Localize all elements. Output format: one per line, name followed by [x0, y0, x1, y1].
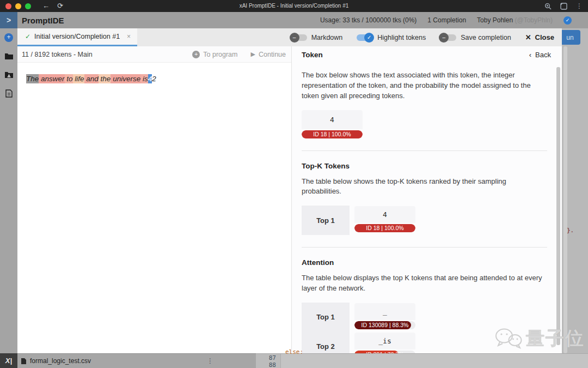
wechat-icon — [494, 327, 523, 350]
completion-modal: ✓ Initial version/Completion #1 × – Mark… — [17, 28, 562, 353]
topk-table: Top 1 4 ID 18 | 100.0% — [302, 206, 547, 235]
watermark-text: 量子位 — [526, 326, 585, 351]
token-chip[interactable]: 2 — [152, 74, 156, 83]
rank-label: Top 2 — [302, 332, 350, 353]
fullscreen-window-button[interactable] — [25, 3, 31, 9]
close-icon: ✕ — [525, 33, 531, 41]
completion-editor[interactable]: The answer to life and the universe is42 — [17, 63, 291, 353]
token-chip[interactable]: and — [84, 74, 99, 83]
token-chip[interactable]: is — [140, 74, 148, 83]
token-id-badge: ID 391 | 70.7% — [354, 351, 415, 353]
toggle-off-icon[interactable]: – — [291, 34, 307, 41]
window-title: xAI PromptIDE - Initial version/Completi… — [0, 0, 588, 12]
app-header: PromptIDE Usage: 33 tks / 1000000 tks (0… — [17, 12, 588, 28]
close-button[interactable]: ✕ Close — [525, 33, 554, 41]
tab-close-icon[interactable]: × — [127, 33, 131, 40]
tab-bar: ✓ Initial version/Completion #1 × – Mark… — [17, 28, 562, 46]
attention-heading: Attention — [302, 258, 547, 267]
xai-logo: X| — [0, 353, 17, 368]
user-handle: (@TobyPhln) — [514, 16, 553, 24]
app-title: PromptIDE — [22, 16, 64, 25]
background-code-fragment: }. — [567, 227, 574, 234]
prompt-text: The answer to life and the universe is42 — [26, 74, 284, 84]
rank-label: Top 1 — [302, 303, 350, 332]
sidebar-item-files[interactable] — [0, 47, 17, 65]
topk-token-card[interactable]: 4 ID 18 | 100.0% — [354, 206, 415, 235]
app-sidebar: > + — [0, 12, 17, 353]
topk-heading: Top-K Tokens — [302, 162, 547, 170]
token-intro-text: The box below shows the text associated … — [302, 70, 547, 101]
attention-token-card[interactable]: _ ID 130089 | 88.3% — [354, 303, 415, 332]
xai-logo-icon: X| — [5, 357, 12, 365]
token-inspector-panel: Token ‹ Back The box below shows the tex… — [291, 46, 562, 353]
plus-circle-icon: + — [4, 33, 13, 42]
token-chip[interactable]: to — [65, 74, 73, 83]
sidebar-item-shared[interactable] — [0, 65, 17, 84]
close-window-button[interactable] — [5, 3, 11, 9]
file-explorer-row[interactable]: formal_logic_test.csv ⋮ — [17, 353, 256, 368]
browser-reload-icon[interactable]: ⟳ — [57, 0, 63, 12]
completion-count[interactable]: 1 Completion — [427, 16, 466, 24]
file-icon — [21, 358, 27, 365]
code-editor[interactable]: 87 88 await set_title(f"Answer: {model_a… — [256, 353, 588, 368]
background-scrollbar[interactable] — [564, 46, 567, 353]
attention-intro-text: The table below displays the top K token… — [302, 273, 558, 294]
token-chip[interactable]: The — [26, 74, 39, 83]
tab-initial-version-completion[interactable]: ✓ Initial version/Completion #1 × — [17, 28, 137, 46]
token-chip[interactable]: the — [99, 74, 111, 83]
code-lines: await set_title(f"Answer: {model_answer}… — [280, 354, 557, 368]
token-id-badge: ID 18 | 100.0% — [354, 224, 415, 232]
toggle-on-icon[interactable]: ✓ — [357, 34, 373, 41]
token-chip[interactable]: life — [73, 74, 84, 83]
panel-scrollbar[interactable] — [556, 67, 560, 345]
save-completion-toggle[interactable]: – Save completion — [440, 34, 511, 41]
verified-badge-icon: ✓ — [564, 16, 572, 25]
minimize-window-button[interactable] — [15, 3, 21, 9]
background-code-keyword: else: — [285, 348, 303, 355]
folder-icon — [4, 52, 14, 60]
token-id-badge: ID 18 | 100.0% — [302, 130, 363, 138]
window-titlebar: ← ⟳ xAI PromptIDE - Initial version/Comp… — [0, 0, 588, 12]
editor-pane-header: 11 / 8192 tokens - Main + To program ▶ C… — [17, 46, 291, 63]
token-text: 4 — [302, 110, 363, 129]
chevron-left-icon: ‹ — [529, 51, 531, 59]
promptide-logo-icon[interactable]: > — [0, 12, 17, 28]
continue-button[interactable]: ▶ Continue — [250, 51, 286, 58]
back-button[interactable]: ‹ Back — [529, 51, 551, 59]
usage-stat: Usage: 33 tks / 1000000 tks (0%) — [320, 16, 416, 24]
markdown-toggle[interactable]: – Markdown — [291, 34, 343, 41]
divider — [302, 150, 547, 151]
line-numbers: 87 88 — [256, 354, 280, 368]
zoom-search-icon[interactable] — [544, 3, 552, 10]
highlight-tokens-toggle[interactable]: ✓ Highlight tokens — [357, 34, 426, 41]
rank-label: Top 1 — [302, 206, 350, 235]
file-name: formal_logic_test.csv — [30, 357, 91, 365]
play-icon: ▶ — [250, 51, 255, 58]
panel-title: Token — [302, 51, 323, 59]
folder-user-icon — [4, 71, 14, 79]
token-card[interactable]: 4 ID 18 | 100.0% — [302, 110, 363, 138]
document-icon — [5, 89, 13, 98]
topk-intro-text: The table below shows the top-K tokens r… — [302, 177, 547, 197]
new-file-button[interactable]: + — [0, 28, 17, 47]
file-menu-icon[interactable]: ⋮ — [207, 357, 253, 365]
run-button[interactable]: un — [560, 30, 580, 45]
toggle-off-icon[interactable]: – — [440, 34, 456, 41]
check-icon: ✓ — [25, 33, 30, 40]
divider — [302, 247, 547, 248]
sidebar-item-docs[interactable] — [0, 84, 17, 102]
watermark: 量子位 — [494, 326, 585, 351]
user-name[interactable]: Toby Pohlen (@TobyPhln) — [477, 16, 553, 24]
browser-back-icon[interactable]: ← — [42, 0, 50, 12]
extensions-icon[interactable] — [560, 3, 567, 10]
token-chip[interactable]: universe — [111, 74, 140, 83]
token-id-badge: ID 130089 | 88.3% — [354, 321, 415, 329]
token-count-status: 11 / 8192 tokens - Main — [22, 51, 93, 58]
attention-token-card[interactable]: _is ID 391 | 70.7% — [354, 332, 415, 353]
browser-menu-icon[interactable]: ⋮ — [576, 2, 583, 10]
token-chip[interactable]: answer — [39, 74, 64, 83]
plus-circle-icon: + — [192, 51, 200, 58]
to-program-button[interactable]: + To program — [192, 51, 237, 58]
